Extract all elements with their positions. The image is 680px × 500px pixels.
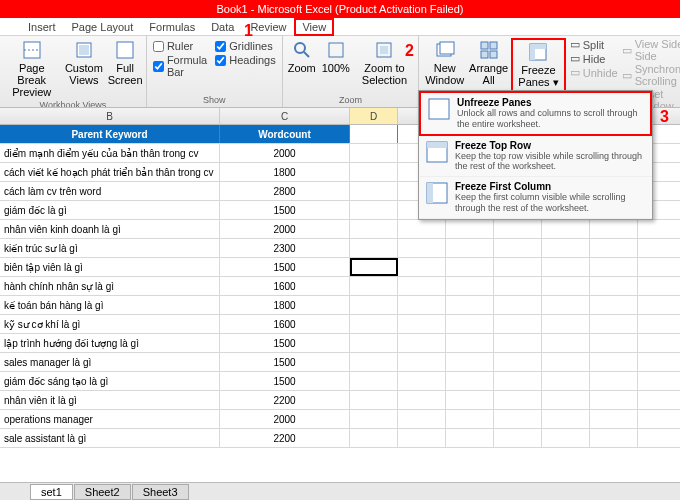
cell-empty[interactable] (494, 296, 542, 314)
cell-keyword[interactable]: giám đốc sáng tạo là gì (0, 372, 220, 390)
cell-wordcount[interactable]: 2000 (220, 144, 350, 162)
sheet-tab-1[interactable]: set1 (30, 484, 73, 500)
col-header-D[interactable]: D (350, 108, 398, 124)
cell-keyword[interactable]: sale assistant là gì (0, 429, 220, 447)
cell-keyword[interactable]: sales manager là gì (0, 353, 220, 371)
cell-empty[interactable] (350, 429, 398, 447)
cell-empty[interactable] (494, 334, 542, 352)
cell-empty[interactable] (350, 372, 398, 390)
cell-empty[interactable] (446, 315, 494, 333)
table-row[interactable]: nhân viên kinh doanh là gì2000 (0, 220, 680, 239)
split-button[interactable]: ▭ Split (570, 38, 618, 51)
cell-empty[interactable] (590, 353, 638, 371)
cell-empty[interactable] (542, 353, 590, 371)
cell-empty[interactable] (494, 353, 542, 371)
cell-keyword[interactable]: cách làm cv trên word (0, 182, 220, 200)
table-row[interactable]: lập trình hướng đối tượng là gì1500 (0, 334, 680, 353)
cell-empty[interactable] (542, 391, 590, 409)
cell-empty[interactable] (542, 220, 590, 238)
cell-empty[interactable] (542, 410, 590, 428)
cell-empty[interactable] (398, 429, 446, 447)
cell-empty[interactable] (494, 410, 542, 428)
cell-empty[interactable] (446, 391, 494, 409)
cell-empty[interactable] (350, 258, 398, 276)
cell-empty[interactable] (398, 410, 446, 428)
cell-empty[interactable] (542, 277, 590, 295)
cell-wordcount[interactable]: 1800 (220, 163, 350, 181)
unfreeze-panes-item[interactable]: Unfreeze PanesUnlock all rows and column… (419, 91, 652, 136)
freeze-top-row-item[interactable]: Freeze Top RowKeep the top row visible w… (419, 136, 652, 178)
cell-empty[interactable] (398, 391, 446, 409)
cell-wordcount[interactable]: 2000 (220, 220, 350, 238)
cell-empty[interactable] (590, 334, 638, 352)
zoom-button[interactable]: Zoom (287, 38, 317, 76)
cell-empty[interactable] (398, 353, 446, 371)
cell-keyword[interactable]: cách viết kế hoạch phát triển bản thân t… (0, 163, 220, 181)
cell-empty[interactable] (398, 220, 446, 238)
cell-empty[interactable] (494, 372, 542, 390)
cell-empty[interactable] (494, 391, 542, 409)
cell-wordcount[interactable]: 1500 (220, 353, 350, 371)
cell-empty[interactable] (590, 391, 638, 409)
cell-empty[interactable] (350, 334, 398, 352)
cell-empty[interactable] (398, 277, 446, 295)
cell-empty[interactable] (350, 391, 398, 409)
table-row[interactable]: hành chính nhân sự là gì1600 (0, 277, 680, 296)
cell-empty[interactable] (446, 277, 494, 295)
table-row[interactable]: sales manager là gì1500 (0, 353, 680, 372)
cell-empty[interactable] (398, 296, 446, 314)
cell-empty[interactable] (446, 220, 494, 238)
cell-empty[interactable] (446, 353, 494, 371)
cell-empty[interactable] (446, 296, 494, 314)
cell-wordcount[interactable]: 2000 (220, 410, 350, 428)
cell-keyword[interactable]: nhân viên kinh doanh là gì (0, 220, 220, 238)
table-row[interactable]: biên tập viên là gì1500 (0, 258, 680, 277)
cell-wordcount[interactable]: 1800 (220, 296, 350, 314)
cell-empty[interactable] (542, 258, 590, 276)
cell-empty[interactable] (542, 296, 590, 314)
table-row[interactable]: nhân viên it là gì2200 (0, 391, 680, 410)
cell-empty[interactable] (590, 239, 638, 257)
cell-empty[interactable] (590, 410, 638, 428)
hide-button[interactable]: ▭ Hide (570, 52, 618, 65)
cell-empty[interactable] (542, 239, 590, 257)
cell-keyword[interactable]: operations manager (0, 410, 220, 428)
cell-empty[interactable] (350, 239, 398, 257)
cell-empty[interactable] (350, 315, 398, 333)
cell-wordcount[interactable]: 2300 (220, 239, 350, 257)
full-screen-button[interactable]: Full Screen (108, 38, 142, 88)
cell-keyword[interactable]: kế toán bán hàng là gì (0, 296, 220, 314)
menu-file[interactable] (4, 25, 20, 29)
cell-empty[interactable] (542, 334, 590, 352)
custom-views-button[interactable]: Custom Views (63, 38, 104, 88)
zoom-100-button[interactable]: 100% (321, 38, 351, 76)
cell-empty[interactable] (494, 277, 542, 295)
table-row[interactable]: sale assistant là gì2200 (0, 429, 680, 448)
check-gridlines[interactable]: Gridlines (215, 40, 275, 52)
cell-empty[interactable] (446, 258, 494, 276)
cell-empty[interactable] (446, 410, 494, 428)
check-headings[interactable]: Headings (215, 54, 275, 66)
cell-empty[interactable] (350, 220, 398, 238)
cell-keyword[interactable]: kỹ sư cơ khí là gì (0, 315, 220, 333)
cell-wordcount[interactable]: 1500 (220, 372, 350, 390)
table-row[interactable]: kiến trúc sư là gì2300 (0, 239, 680, 258)
cell-empty[interactable] (542, 315, 590, 333)
cell-wordcount[interactable]: 2200 (220, 429, 350, 447)
table-row[interactable]: operations manager2000 (0, 410, 680, 429)
cell-empty[interactable] (398, 239, 446, 257)
cell-empty[interactable] (590, 372, 638, 390)
cell-empty[interactable] (542, 429, 590, 447)
cell-empty[interactable] (494, 258, 542, 276)
col-header-C[interactable]: C (220, 108, 350, 124)
cell-empty[interactable] (590, 315, 638, 333)
check-formula-bar[interactable]: Formula Bar (153, 54, 207, 78)
cell-empty[interactable] (398, 315, 446, 333)
cell-empty[interactable] (350, 296, 398, 314)
table-row[interactable]: kỹ sư cơ khí là gì1600 (0, 315, 680, 334)
cell-empty[interactable] (350, 182, 398, 200)
cell-empty[interactable] (590, 277, 638, 295)
table-row[interactable]: kế toán bán hàng là gì1800 (0, 296, 680, 315)
cell-keyword[interactable]: điểm mạnh điểm yếu của bản thân trong cv (0, 144, 220, 162)
cell-empty[interactable] (446, 429, 494, 447)
